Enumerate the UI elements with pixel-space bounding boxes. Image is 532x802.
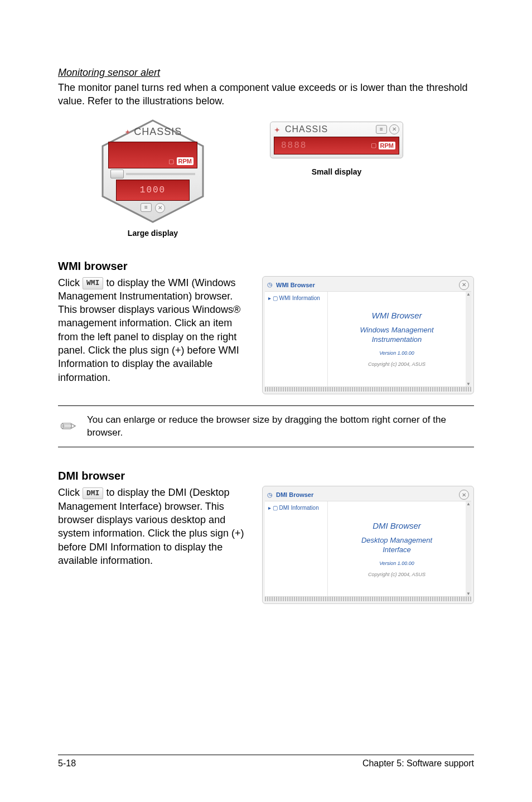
dmi-heading: DMI browser <box>58 470 474 482</box>
resize-grip[interactable] <box>265 597 471 601</box>
fan-small-icon: ▢ <box>168 158 174 165</box>
note-text: You can enlarge or reduce the browser si… <box>87 414 472 439</box>
large-lower-value: 1000 <box>140 185 166 195</box>
dmi-copyright: Copyright (c) 2004, ASUS <box>368 572 425 577</box>
dmi-version: Version 1.00.00 <box>379 561 414 566</box>
scrollbar[interactable]: ▲▼ <box>466 501 471 596</box>
large-chassis-label: CHASSIS <box>134 126 182 137</box>
small-value: 8888 <box>281 141 307 151</box>
close-icon[interactable]: ✕ <box>155 203 165 213</box>
monitoring-heading: Monitoring sensor alert <box>58 67 474 79</box>
wmi-copyright: Copyright (c) 2004, ASUS <box>368 361 425 367</box>
app-gear-icon: ◷ <box>267 281 273 288</box>
close-icon[interactable]: ✕ <box>389 124 399 134</box>
dmi-tree-root[interactable]: DMI Information <box>279 505 319 511</box>
settings-chip-icon[interactable]: ≡ <box>141 203 152 212</box>
dmi-paragraph: Click DMI to display the DMI (Desktop Ma… <box>58 486 245 567</box>
pencil-icon: ✎ <box>55 413 81 439</box>
wmi-button[interactable]: WMI <box>83 277 103 289</box>
monitoring-body: The monitor panel turns red when a compo… <box>58 81 474 108</box>
settings-chip-icon[interactable]: ≡ <box>376 125 387 134</box>
dmi-content-sub: Desktop Management Interface <box>361 536 432 555</box>
rpm-tag-small: RPM <box>379 142 395 149</box>
tree-expand-icon[interactable]: ▸ ▢ <box>268 505 279 511</box>
dmi-window-title: DMI Browser <box>276 491 313 498</box>
large-display-figure: ✦ CHASSIS ▢ RPM <box>97 118 209 224</box>
chapter-label: Chapter 5: Software support <box>362 758 474 769</box>
dmi-button[interactable]: DMI <box>83 487 103 500</box>
small-display-figure: ✦ CHASSIS ≡ ✕ 8888 ▢ RPM <box>270 122 403 158</box>
wmi-paragraph: Click WMI to display the WMI (Windows Ma… <box>58 276 245 384</box>
app-gear-icon: ◷ <box>267 491 273 499</box>
fan-small-icon: ▢ <box>371 142 376 149</box>
dmi-browser-figure: ◷ DMI Browser ✕ ▸ ▢ DMI Information DMI … <box>262 486 474 604</box>
small-display-caption: Small display <box>312 167 361 176</box>
resize-grip[interactable] <box>265 387 471 392</box>
wmi-browser-figure: ◷ WMI Browser ✕ ▸ ▢ WMI Information WMI … <box>262 276 474 394</box>
page-number: 5-18 <box>58 758 76 769</box>
wmi-tree-root[interactable]: WMI Information <box>279 295 320 301</box>
large-display-caption: Large display <box>128 229 178 238</box>
dmi-content-title: DMI Browser <box>373 521 421 530</box>
tree-expand-icon[interactable]: ▸ ▢ <box>268 295 279 301</box>
fan-icon: ✦ <box>124 128 132 136</box>
wmi-content-sub: Windows Management Instrumentation <box>360 326 433 345</box>
fan-icon: ✦ <box>274 125 282 133</box>
wmi-heading: WMI browser <box>58 260 474 273</box>
slider-thumb[interactable] <box>110 170 124 178</box>
scrollbar[interactable]: ▲▼ <box>466 292 471 386</box>
wmi-version: Version 1.00.00 <box>379 350 414 356</box>
window-close-icon[interactable]: ✕ <box>459 280 469 290</box>
wmi-content-title: WMI Browser <box>372 311 422 320</box>
window-close-icon[interactable]: ✕ <box>459 490 469 500</box>
rpm-tag-upper: RPM <box>177 157 194 165</box>
wmi-window-title: WMI Browser <box>276 282 315 288</box>
small-chassis-label: CHASSIS <box>285 124 328 134</box>
note-box: ✎ You can enlarge or reduce the browser … <box>58 405 474 448</box>
